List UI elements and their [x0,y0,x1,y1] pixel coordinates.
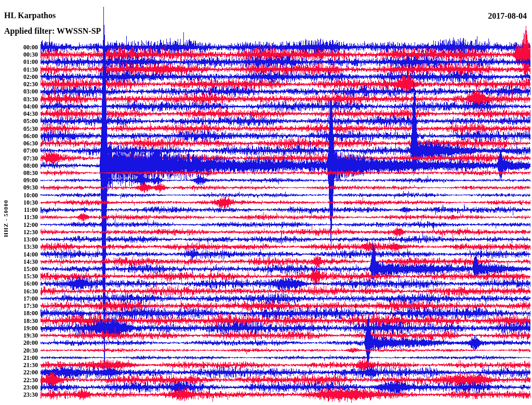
time-label: 14:30 [0,259,38,265]
time-label: 14:00 [0,251,38,258]
time-label: 02:30 [0,81,38,87]
helicorder-page: HL Karpathos Applied filter: WWSSN-SP 20… [0,0,532,405]
time-label: 22:30 [0,377,38,383]
time-label: 21:00 [0,355,38,361]
time-label: 11:30 [0,214,38,220]
time-label: 17:00 [0,295,38,302]
time-label: 15:30 [0,273,38,279]
time-label: 06:30 [0,140,38,146]
date-label: 2017-08-04 [488,11,527,21]
time-label: 00:30 [0,51,38,58]
time-label: 09:30 [0,184,38,191]
time-label: 19:00 [0,325,38,331]
time-label: 15:00 [0,266,38,272]
time-label: 05:00 [0,118,38,124]
time-label: 12:30 [0,229,38,235]
time-label: 06:00 [0,133,38,139]
time-label: 11:00 [0,207,38,213]
time-label: 22:00 [0,369,38,375]
time-label: 04:30 [0,111,38,117]
time-label: 08:30 [0,170,38,176]
time-label: 16:00 [0,280,38,287]
time-label: 08:00 [0,163,38,169]
time-label: 03:00 [0,88,38,95]
time-label: 19:30 [0,332,38,339]
time-label: 04:00 [0,103,38,110]
station-title: HL Karpathos [4,11,56,20]
time-label: 03:30 [0,96,38,102]
time-label: 10:30 [0,199,38,206]
time-label: 23:30 [0,392,38,398]
time-label: 01:00 [0,59,38,65]
time-label: 00:00 [0,44,38,50]
time-label: 13:00 [0,236,38,242]
time-label: 02:00 [0,74,38,80]
time-label: 07:00 [0,147,38,154]
seismogram-canvas [0,0,532,405]
time-label: 01:30 [0,66,38,73]
time-label: 09:00 [0,177,38,183]
time-label: 13:30 [0,244,38,250]
time-label: 18:30 [0,318,38,324]
time-label: 18:00 [0,310,38,316]
time-label: 07:30 [0,155,38,161]
time-label: 16:30 [0,288,38,294]
time-label: 20:30 [0,347,38,354]
time-label: 12:00 [0,222,38,228]
time-label: 21:30 [0,362,38,368]
filter-label: Applied filter: WWSSN-SP [4,26,101,36]
time-label: 05:30 [0,126,38,132]
time-label: 23:00 [0,384,38,390]
time-label: 20:00 [0,340,38,346]
time-label: 17:30 [0,303,38,309]
time-label: 10:00 [0,192,38,198]
